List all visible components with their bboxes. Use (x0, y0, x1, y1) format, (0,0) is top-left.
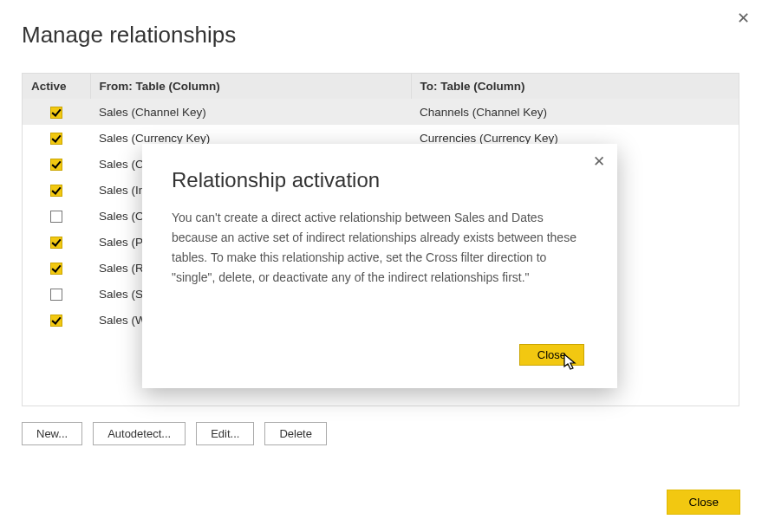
to-cell: Channels (Channel Key) (411, 99, 739, 125)
active-cell (23, 203, 90, 229)
close-button[interactable]: Close (667, 490, 740, 515)
dialog-body: You can't create a direct active relatio… (172, 208, 588, 288)
active-checkbox[interactable] (50, 159, 62, 171)
active-cell (23, 99, 90, 125)
active-checkbox[interactable] (50, 289, 62, 301)
dialog-title: Relationship activation (172, 168, 588, 192)
active-checkbox[interactable] (50, 315, 62, 327)
new-button[interactable]: New... (22, 422, 82, 445)
delete-button[interactable]: Delete (264, 422, 327, 445)
table-header-row: Active From: Table (Column) To: Table (C… (23, 74, 739, 99)
active-checkbox[interactable] (50, 107, 62, 119)
active-cell (23, 177, 90, 203)
active-cell (23, 255, 90, 281)
close-icon[interactable]: ✕ (737, 9, 750, 28)
close-icon[interactable]: ✕ (593, 152, 605, 171)
active-checkbox[interactable] (50, 133, 62, 145)
active-cell (23, 281, 90, 307)
relationship-activation-dialog: ✕ Relationship activation You can't crea… (142, 144, 617, 388)
column-header-from[interactable]: From: Table (Column) (90, 74, 411, 99)
active-checkbox[interactable] (50, 211, 62, 223)
column-header-active[interactable]: Active (23, 74, 90, 99)
active-cell (23, 125, 90, 151)
dialog-close-button[interactable]: Close (519, 344, 584, 366)
autodetect-button[interactable]: Autodetect... (93, 422, 186, 445)
table-row[interactable]: Sales (Channel Key)Channels (Channel Key… (23, 99, 739, 125)
from-cell: Sales (Channel Key) (90, 99, 411, 125)
edit-button[interactable]: Edit... (196, 422, 254, 445)
active-checkbox[interactable] (50, 237, 62, 249)
page-title: Manage relationships (22, 22, 740, 49)
active-cell (23, 151, 90, 177)
active-cell (23, 307, 90, 333)
bottom-button-bar: New... Autodetect... Edit... Delete (22, 422, 740, 445)
manage-relationships-window: ✕ Manage relationships Active From: Tabl… (0, 0, 762, 532)
column-header-to[interactable]: To: Table (Column) (411, 74, 739, 99)
active-checkbox[interactable] (50, 263, 62, 275)
active-cell (23, 229, 90, 255)
active-checkbox[interactable] (50, 185, 62, 197)
